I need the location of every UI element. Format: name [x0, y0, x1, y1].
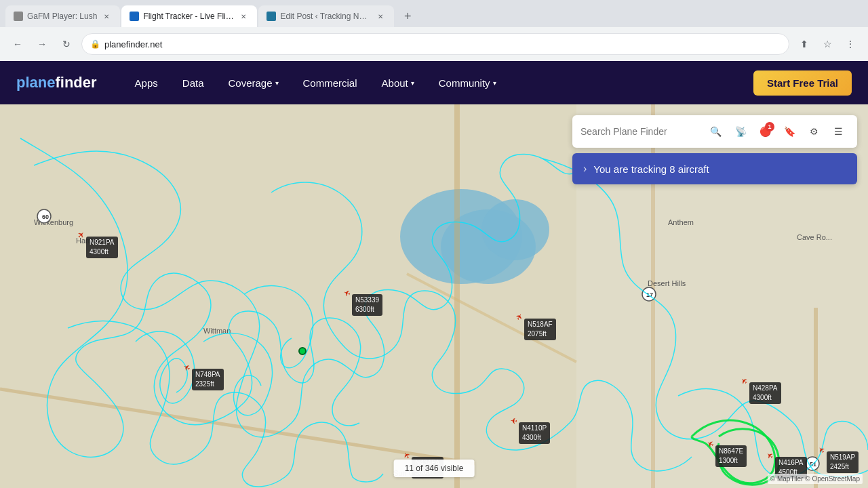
lock-icon: 🔒 [90, 39, 100, 49]
search-actions: 📡 🔴 1 🔖 ⚙ ☰ [730, 121, 849, 142]
map-container[interactable]: Anthem Desert Hills Cave Ro... Sun City … [0, 104, 868, 488]
share-button[interactable]: ⬆ [795, 35, 814, 54]
new-tab-button[interactable]: + [398, 7, 417, 26]
bookmark-button[interactable]: ☆ [818, 35, 837, 54]
coverage-chevron: ▾ [275, 79, 279, 87]
status-text: 11 of 346 visible [405, 464, 464, 473]
nav-links: Apps Data Coverage ▾ Commercial About ▾ … [124, 72, 753, 94]
tab-2-favicon [130, 12, 139, 21]
nav-community[interactable]: Community ▾ [428, 72, 507, 94]
svg-text:Anthem: Anthem [668, 218, 694, 226]
search-overlay: 🔍 📡 🔴 1 🔖 ⚙ ☰ › You are tracking 8 aircr… [572, 115, 857, 184]
svg-text:60: 60 [42, 214, 49, 220]
svg-rect-1 [0, 104, 576, 488]
browser-actions: ⬆ ☆ ⋮ [795, 35, 860, 54]
search-input[interactable] [580, 126, 705, 137]
map-copyright: © MapTiler © OpenStreetMap [768, 474, 863, 484]
tab-3[interactable]: Edit Post ‹ Tracking NaziC... ✕ [258, 5, 394, 27]
nav-data[interactable]: Data [172, 72, 215, 94]
layers-button[interactable]: ☰ [827, 121, 849, 142]
nav-about[interactable]: About ▾ [371, 72, 425, 94]
url-bar[interactable]: 🔒 planefinder.net [81, 33, 789, 55]
nav-coverage[interactable]: Coverage ▾ [217, 72, 289, 94]
address-bar: ← → ↻ 🔒 planefinder.net ⬆ ☆ ⋮ [0, 27, 868, 61]
nav-commercial[interactable]: Commercial [292, 72, 368, 94]
navbar: planefinder Apps Data Coverage ▾ Commerc… [0, 61, 868, 104]
airport-marker [298, 347, 307, 355]
nav-apps[interactable]: Apps [124, 72, 169, 94]
svg-point-5 [481, 199, 549, 260]
bookmark-map-button[interactable]: 🔖 [778, 121, 800, 142]
tab-bar: GaFM Player: Lush ✕ Flight Tracker - Liv… [0, 0, 868, 27]
logo: planefinder [16, 74, 97, 92]
refresh-button[interactable]: ↻ [57, 35, 76, 54]
search-icon: 🔍 [710, 126, 722, 137]
notification-badge: 1 [765, 122, 774, 131]
tracking-banner-chevron: › [583, 163, 587, 175]
tracking-banner-text: You are tracking 8 aircraft [593, 163, 846, 175]
aircraft-icon-N4110P: ✈ [510, 416, 517, 426]
tracking-banner[interactable]: › You are tracking 8 aircraft [572, 153, 857, 184]
svg-text:Desert Hills: Desert Hills [648, 279, 686, 287]
tab-2[interactable]: Flight Tracker - Live Flight... ✕ [121, 5, 257, 27]
app: planefinder Apps Data Coverage ▾ Commerc… [0, 61, 868, 488]
url-text: planefinder.net [104, 39, 781, 49]
menu-button[interactable]: ⋮ [841, 35, 860, 54]
browser-chrome: GaFM Player: Lush ✕ Flight Tracker - Liv… [0, 0, 868, 61]
tab-1[interactable]: GaFM Player: Lush ✕ [5, 5, 120, 27]
search-bar: 🔍 📡 🔴 1 🔖 ⚙ ☰ [572, 115, 857, 148]
tab-1-close[interactable]: ✕ [101, 11, 112, 22]
notification-button[interactable]: 🔴 1 [754, 121, 776, 142]
status-bar: 11 of 346 visible [394, 460, 475, 477]
tab-1-title: GaFM Player: Lush [27, 12, 97, 21]
tab-2-close[interactable]: ✕ [238, 11, 249, 22]
signal-button[interactable]: 📡 [730, 121, 751, 142]
tab-3-favicon [267, 12, 276, 21]
back-button[interactable]: ← [8, 35, 27, 54]
svg-rect-6 [454, 104, 460, 488]
svg-text:Cave Ro...: Cave Ro... [797, 233, 832, 241]
forward-button[interactable]: → [33, 35, 52, 54]
community-chevron: ▾ [493, 79, 496, 87]
start-free-button[interactable]: Start Free Trial [753, 70, 852, 96]
tab-1-favicon [14, 12, 23, 21]
settings-button[interactable]: ⚙ [803, 121, 825, 142]
tab-3-close[interactable]: ✕ [375, 11, 386, 22]
about-chevron: ▾ [411, 79, 414, 87]
tab-2-title: Flight Tracker - Live Flight... [143, 12, 234, 21]
tab-3-title: Edit Post ‹ Tracking NaziC... [280, 12, 371, 21]
